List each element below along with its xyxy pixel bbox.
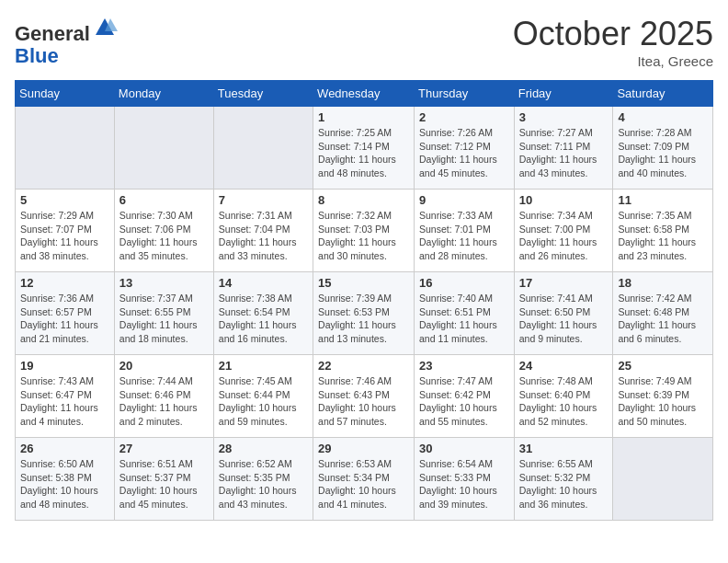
day-detail: Sunrise: 6:55 AM Sunset: 5:32 PM Dayligh… [519, 457, 609, 511]
day-detail: Sunrise: 7:26 AM Sunset: 7:12 PM Dayligh… [419, 126, 509, 180]
day-number: 15 [318, 276, 409, 290]
day-detail: Sunrise: 6:54 AM Sunset: 5:33 PM Dayligh… [419, 457, 509, 511]
day-number: 17 [519, 276, 609, 290]
table-row: 9Sunrise: 7:33 AM Sunset: 7:01 PM Daylig… [415, 190, 515, 272]
day-number: 14 [219, 276, 308, 290]
table-row: 12Sunrise: 7:36 AM Sunset: 6:57 PM Dayli… [16, 272, 115, 355]
day-number: 7 [219, 193, 308, 207]
day-number: 18 [618, 276, 708, 290]
day-detail: Sunrise: 7:42 AM Sunset: 6:48 PM Dayligh… [618, 292, 708, 346]
logo-icon [92, 15, 118, 40]
day-number: 19 [20, 359, 109, 373]
day-detail: Sunrise: 7:38 AM Sunset: 6:54 PM Dayligh… [219, 292, 308, 346]
day-number: 22 [318, 359, 409, 373]
table-row [213, 107, 313, 190]
day-number: 9 [419, 193, 509, 207]
day-number: 27 [119, 442, 209, 455]
table-row: 7Sunrise: 7:31 AM Sunset: 7:04 PM Daylig… [213, 190, 313, 272]
calendar-table: Sunday Monday Tuesday Wednesday Thursday… [15, 80, 713, 521]
day-detail: Sunrise: 7:27 AM Sunset: 7:11 PM Dayligh… [519, 126, 609, 180]
page-header: General Blue October 2025 Itea, Greece [15, 15, 713, 69]
day-detail: Sunrise: 7:30 AM Sunset: 7:06 PM Dayligh… [119, 209, 209, 263]
table-row: 19Sunrise: 7:43 AM Sunset: 6:47 PM Dayli… [16, 355, 115, 438]
table-row: 10Sunrise: 7:34 AM Sunset: 7:00 PM Dayli… [514, 190, 613, 272]
col-sunday: Sunday [16, 81, 115, 107]
day-number: 10 [519, 193, 609, 207]
table-row: 14Sunrise: 7:38 AM Sunset: 6:54 PM Dayli… [213, 272, 313, 355]
table-row: 16Sunrise: 7:40 AM Sunset: 6:51 PM Dayli… [415, 272, 515, 355]
table-row: 28Sunrise: 6:52 AM Sunset: 5:35 PM Dayli… [213, 438, 313, 521]
table-row: 29Sunrise: 6:53 AM Sunset: 5:34 PM Dayli… [313, 438, 415, 521]
day-number: 28 [219, 442, 308, 455]
table-row: 6Sunrise: 7:30 AM Sunset: 7:06 PM Daylig… [114, 190, 213, 272]
title-block: October 2025 Itea, Greece [513, 15, 713, 69]
table-row: 11Sunrise: 7:35 AM Sunset: 6:58 PM Dayli… [613, 190, 713, 272]
day-detail: Sunrise: 7:28 AM Sunset: 7:09 PM Dayligh… [618, 126, 708, 180]
col-friday: Friday [514, 81, 613, 107]
day-detail: Sunrise: 6:52 AM Sunset: 5:35 PM Dayligh… [219, 457, 308, 511]
calendar-week-row: 1Sunrise: 7:25 AM Sunset: 7:14 PM Daylig… [16, 107, 713, 190]
day-number: 31 [519, 442, 609, 455]
day-detail: Sunrise: 7:40 AM Sunset: 6:51 PM Dayligh… [419, 292, 509, 346]
calendar-week-row: 19Sunrise: 7:43 AM Sunset: 6:47 PM Dayli… [16, 355, 713, 438]
table-row: 20Sunrise: 7:44 AM Sunset: 6:46 PM Dayli… [114, 355, 213, 438]
table-row: 8Sunrise: 7:32 AM Sunset: 7:03 PM Daylig… [313, 190, 415, 272]
day-number: 5 [20, 193, 109, 207]
day-detail: Sunrise: 7:36 AM Sunset: 6:57 PM Dayligh… [20, 292, 109, 346]
day-detail: Sunrise: 7:25 AM Sunset: 7:14 PM Dayligh… [318, 126, 409, 180]
logo-general: General [15, 22, 90, 45]
day-detail: Sunrise: 7:39 AM Sunset: 6:53 PM Dayligh… [318, 292, 409, 346]
col-saturday: Saturday [613, 81, 713, 107]
table-row: 5Sunrise: 7:29 AM Sunset: 7:07 PM Daylig… [16, 190, 115, 272]
day-number: 29 [318, 442, 409, 455]
day-number: 30 [419, 442, 509, 455]
table-row: 13Sunrise: 7:37 AM Sunset: 6:55 PM Dayli… [114, 272, 213, 355]
day-detail: Sunrise: 6:53 AM Sunset: 5:34 PM Dayligh… [318, 457, 409, 511]
day-number: 26 [20, 442, 109, 455]
header-row: Sunday Monday Tuesday Wednesday Thursday… [16, 81, 713, 107]
day-number: 2 [419, 110, 509, 124]
table-row [114, 107, 213, 190]
table-row: 25Sunrise: 7:49 AM Sunset: 6:39 PM Dayli… [613, 355, 713, 438]
day-number: 21 [219, 359, 308, 373]
day-detail: Sunrise: 7:46 AM Sunset: 6:43 PM Dayligh… [318, 374, 409, 429]
table-row: 21Sunrise: 7:45 AM Sunset: 6:44 PM Dayli… [213, 355, 313, 438]
day-detail: Sunrise: 7:37 AM Sunset: 6:55 PM Dayligh… [119, 292, 209, 346]
day-detail: Sunrise: 7:31 AM Sunset: 7:04 PM Dayligh… [219, 209, 308, 263]
day-number: 3 [519, 110, 609, 124]
day-detail: Sunrise: 7:29 AM Sunset: 7:07 PM Dayligh… [20, 209, 109, 263]
table-row: 3Sunrise: 7:27 AM Sunset: 7:11 PM Daylig… [514, 107, 613, 190]
day-number: 4 [618, 110, 708, 124]
day-number: 11 [618, 193, 708, 207]
col-wednesday: Wednesday [313, 81, 415, 107]
day-detail: Sunrise: 7:32 AM Sunset: 7:03 PM Dayligh… [318, 209, 409, 263]
location: Itea, Greece [513, 53, 713, 69]
col-monday: Monday [114, 81, 213, 107]
day-detail: Sunrise: 6:50 AM Sunset: 5:38 PM Dayligh… [20, 457, 109, 511]
table-row [613, 438, 713, 521]
day-number: 23 [419, 359, 509, 373]
table-row: 17Sunrise: 7:41 AM Sunset: 6:50 PM Dayli… [514, 272, 613, 355]
table-row: 23Sunrise: 7:47 AM Sunset: 6:42 PM Dayli… [415, 355, 515, 438]
table-row: 4Sunrise: 7:28 AM Sunset: 7:09 PM Daylig… [613, 107, 713, 190]
day-number: 24 [519, 359, 609, 373]
day-detail: Sunrise: 7:34 AM Sunset: 7:00 PM Dayligh… [519, 209, 609, 263]
col-tuesday: Tuesday [213, 81, 313, 107]
day-number: 16 [419, 276, 509, 290]
logo: General Blue [15, 15, 118, 67]
day-detail: Sunrise: 7:33 AM Sunset: 7:01 PM Dayligh… [419, 209, 509, 263]
day-detail: Sunrise: 7:49 AM Sunset: 6:39 PM Dayligh… [618, 374, 708, 429]
day-number: 8 [318, 193, 409, 207]
table-row: 15Sunrise: 7:39 AM Sunset: 6:53 PM Dayli… [313, 272, 415, 355]
table-row: 30Sunrise: 6:54 AM Sunset: 5:33 PM Dayli… [415, 438, 515, 521]
calendar-week-row: 5Sunrise: 7:29 AM Sunset: 7:07 PM Daylig… [16, 190, 713, 272]
day-detail: Sunrise: 7:35 AM Sunset: 6:58 PM Dayligh… [618, 209, 708, 263]
day-detail: Sunrise: 7:47 AM Sunset: 6:42 PM Dayligh… [419, 374, 509, 429]
table-row: 27Sunrise: 6:51 AM Sunset: 5:37 PM Dayli… [114, 438, 213, 521]
day-number: 25 [618, 359, 708, 373]
table-row: 24Sunrise: 7:48 AM Sunset: 6:40 PM Dayli… [514, 355, 613, 438]
logo-blue: Blue [15, 44, 59, 67]
day-number: 6 [119, 193, 209, 207]
col-thursday: Thursday [415, 81, 515, 107]
day-number: 1 [318, 110, 409, 124]
